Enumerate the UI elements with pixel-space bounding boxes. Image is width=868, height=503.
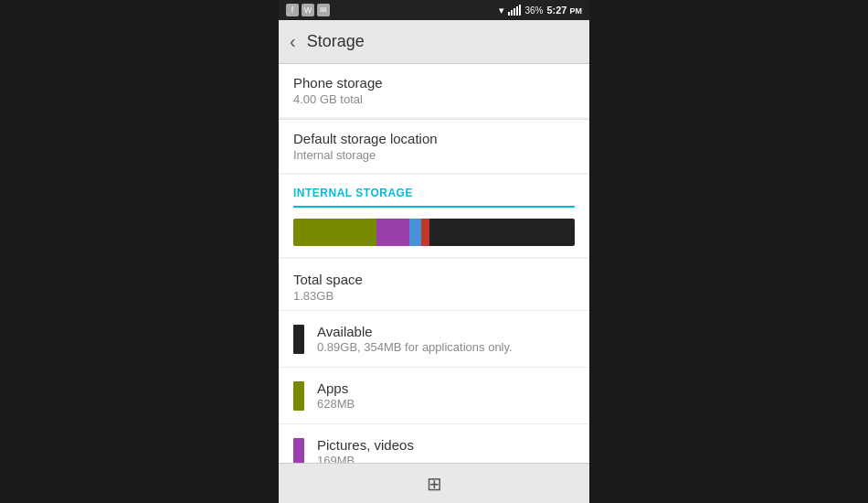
storage-item-size: 0.89GB, 354MB for applications only.: [317, 340, 575, 354]
wifi-icon: ▾: [499, 5, 504, 16]
storage-item-color: [293, 381, 304, 411]
internal-storage-header: INTERNAL STORAGE: [279, 175, 589, 208]
storage-item-size: 628MB: [317, 397, 575, 411]
phone-storage-subtitle: 4.00 GB total: [293, 92, 575, 106]
default-storage-title: Default storage location: [293, 131, 575, 146]
storage-item-name: Apps: [317, 380, 575, 396]
storage-item-color: [293, 438, 304, 464]
phone-storage-item: Phone storage 4.00 GB total: [279, 64, 589, 117]
default-storage-item[interactable]: Default storage location Internal storag…: [279, 120, 589, 173]
phone-storage-card: Phone storage 4.00 GB total: [279, 64, 589, 117]
storage-bar: [293, 219, 575, 246]
storage-item-size: 169MB: [317, 454, 575, 463]
default-storage-subtitle: Internal storage: [293, 148, 575, 162]
storage-item-color: [293, 325, 304, 354]
bottom-bar: ⊞: [279, 463, 589, 503]
toolbar: ‹ Storage: [279, 20, 589, 64]
storage-list-item[interactable]: Apps628MB: [279, 368, 589, 424]
back-button[interactable]: ‹: [290, 31, 296, 52]
signal-bar-5: [519, 5, 521, 16]
storage-bar-segment: [376, 219, 409, 246]
internal-storage-label: INTERNAL STORAGE: [293, 187, 413, 199]
battery-icon: 36%: [524, 5, 543, 16]
status-bar-right: ▾ 36% 5:27 PM: [499, 5, 582, 16]
notif-icon-m: ✉: [317, 4, 330, 16]
storage-bar-segment: [429, 219, 575, 246]
status-bar: f W ✉ ▾ 36% 5:27 PM: [279, 0, 589, 20]
signal-bar-3: [513, 8, 515, 16]
default-storage-card[interactable]: Default storage location Internal storag…: [279, 120, 589, 173]
total-space-section: Total space 1.83GB: [279, 259, 589, 311]
signal-bar-2: [511, 10, 513, 16]
notification-icons: f W ✉: [286, 4, 330, 16]
storage-bar-segment: [293, 219, 376, 246]
notif-icon-w: W: [302, 4, 314, 16]
signal-bar-4: [516, 6, 518, 16]
storage-items-container: Available0.89GB, 354MB for applications …: [279, 311, 589, 463]
storage-item-name: Available: [317, 324, 575, 339]
total-space-value: 1.83GB: [293, 289, 575, 303]
storage-list-item[interactable]: Available0.89GB, 354MB for applications …: [279, 311, 589, 368]
storage-item-name: Pictures, videos: [317, 437, 575, 453]
storage-list: Total space 1.83GB Available0.89GB, 354M…: [279, 259, 589, 463]
storage-bar-segment: [421, 219, 429, 246]
content-area: Phone storage 4.00 GB total Default stor…: [279, 64, 589, 463]
total-space-title: Total space: [293, 272, 575, 287]
storage-list-item[interactable]: Pictures, videos169MB: [279, 424, 589, 463]
menu-icon[interactable]: ⊞: [427, 473, 442, 495]
notif-icon-f: f: [286, 4, 299, 16]
signal-bars: [508, 5, 521, 16]
storage-bar-segment: [409, 219, 422, 246]
phone-screen: f W ✉ ▾ 36% 5:27 PM ‹ Storage: [279, 0, 589, 503]
phone-storage-title: Phone storage: [293, 75, 575, 91]
page-title: Storage: [307, 32, 365, 51]
storage-bar-container: [279, 208, 589, 257]
status-time: 5:27 PM: [546, 5, 582, 16]
signal-bar-1: [508, 12, 510, 16]
